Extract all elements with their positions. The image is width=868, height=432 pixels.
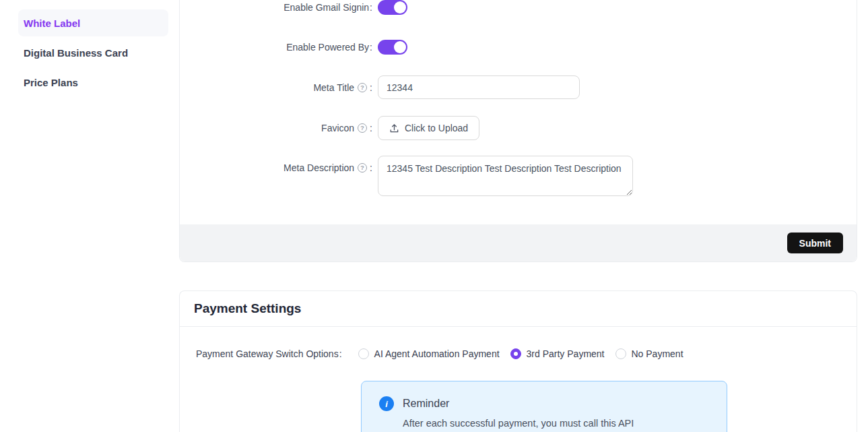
help-icon[interactable]: ? <box>358 163 367 173</box>
sidebar-item-digital-business-card[interactable]: Digital Business Card <box>18 39 168 66</box>
radio-option-label: AI Agent Automation Payment <box>374 348 500 359</box>
form-row-meta-title: Meta Title ? : <box>180 75 857 99</box>
radio-option-ai-agent-automation-payment[interactable]: AI Agent Automation Payment <box>358 348 500 359</box>
powered-by-label-text: Enable Powered By <box>286 42 369 53</box>
favicon-label: Favicon ? : <box>180 123 378 133</box>
sidebar-item-label: White Label <box>24 18 80 29</box>
sidebar-item-price-plans[interactable]: Price Plans <box>18 69 168 96</box>
form-row-favicon: Favicon ? : Click to Upload <box>180 116 857 140</box>
payment-settings-card: Payment Settings Payment Gateway Switch … <box>179 290 857 432</box>
favicon-upload-button[interactable]: Click to Upload <box>378 116 479 140</box>
reminder-body: After each successful payment, you must … <box>403 418 709 429</box>
form-footer: Submit <box>180 224 857 261</box>
submit-button[interactable]: Submit <box>787 233 843 253</box>
reminder-title: Reminder <box>403 398 449 410</box>
form-row-powered-by: Enable Powered By: <box>180 40 857 55</box>
meta-description-label: Meta Description ? : <box>180 162 378 173</box>
radio-option-3rd-party-payment[interactable]: 3rd Party Payment <box>510 348 605 359</box>
reminder-alert: i Reminder After each successful payment… <box>361 381 727 432</box>
radio-option-label: No Payment <box>632 348 683 359</box>
white-label-form: Enable Gmail Signin: Enable Powered By: … <box>180 0 857 224</box>
sidebar-item-white-label[interactable]: White Label <box>18 9 168 36</box>
payment-settings-body: Payment Gateway Switch Options: AI Agent… <box>180 327 857 432</box>
payment-gateway-row: Payment Gateway Switch Options: AI Agent… <box>196 348 857 359</box>
radio-option-no-payment[interactable]: No Payment <box>615 348 683 359</box>
payment-settings-title: Payment Settings <box>194 301 301 316</box>
gmail-signin-label-text: Enable Gmail Signin <box>283 2 369 13</box>
radio-unselected-icon[interactable] <box>358 348 369 359</box>
radio-selected-icon[interactable] <box>510 348 521 359</box>
help-icon[interactable]: ? <box>358 123 367 133</box>
payment-gateway-label: Payment Gateway Switch Options: <box>196 348 342 359</box>
label-colon: : <box>370 123 372 133</box>
upload-icon <box>389 123 399 133</box>
form-row-gmail-signin: Enable Gmail Signin: <box>180 0 857 15</box>
meta-description-label-text: Meta Description <box>283 162 354 173</box>
payment-settings-header: Payment Settings <box>180 291 857 327</box>
meta-title-label: Meta Title ? : <box>180 82 378 93</box>
toggle-knob <box>394 1 406 13</box>
meta-description-textarea[interactable]: 12345 Test Description Test Description … <box>378 156 633 196</box>
payment-gateway-radio-group: AI Agent Automation Payment3rd Party Pay… <box>347 348 683 359</box>
info-icon: i <box>379 396 394 411</box>
help-icon[interactable]: ? <box>358 83 367 92</box>
favicon-label-text: Favicon <box>321 123 354 133</box>
label-colon: : <box>370 42 372 53</box>
toggle-knob <box>394 41 406 53</box>
sidebar-item-label: Price Plans <box>24 77 78 88</box>
reminder-head: i Reminder <box>379 396 709 411</box>
radio-option-label: 3rd Party Payment <box>527 348 605 359</box>
label-colon: : <box>370 162 372 173</box>
powered-by-label: Enable Powered By: <box>180 42 378 53</box>
radio-unselected-icon[interactable] <box>615 348 626 359</box>
upload-button-label: Click to Upload <box>405 123 468 133</box>
sidebar-nav: White LabelDigital Business CardPrice Pl… <box>0 0 179 432</box>
gmail-signin-toggle[interactable] <box>378 0 407 15</box>
label-colon: : <box>370 82 372 93</box>
powered-by-toggle[interactable] <box>378 40 407 55</box>
label-colon: : <box>370 2 372 13</box>
sidebar-item-label: Digital Business Card <box>24 47 128 59</box>
form-row-meta-description: Meta Description ? : 12345 Test Descript… <box>180 156 857 196</box>
page: White LabelDigital Business CardPrice Pl… <box>0 0 868 432</box>
gmail-signin-label: Enable Gmail Signin: <box>180 2 378 13</box>
meta-title-input[interactable] <box>378 75 580 99</box>
white-label-card: Enable Gmail Signin: Enable Powered By: … <box>179 0 857 262</box>
meta-title-label-text: Meta Title <box>313 82 354 93</box>
